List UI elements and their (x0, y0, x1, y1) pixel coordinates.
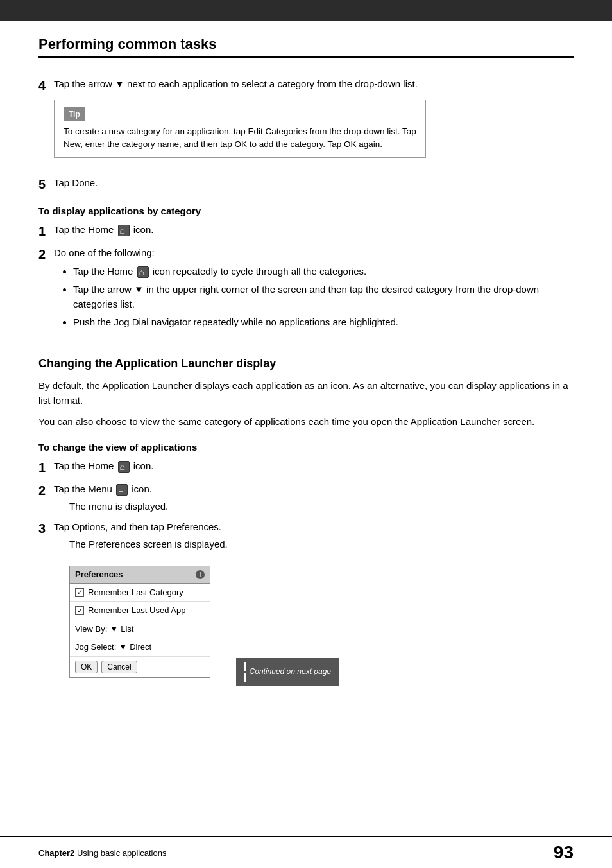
pref-title: Preferences (75, 568, 123, 581)
pref-dropdown-arrow-3: ▼ (110, 623, 118, 636)
display-step-2-content: Do one of the following: Tap the Home ic… (54, 246, 574, 334)
footer-description: Using basic applications (77, 848, 166, 858)
pref-row-1: ✓ Remember Last Category (70, 584, 210, 602)
home-icon-1 (118, 225, 130, 236)
display-step-2-bullets: Tap the Home icon repeatedly to cycle th… (73, 265, 574, 330)
change-step-3-note: The Preferences screen is displayed. (69, 537, 574, 552)
step-4-number: 4 (38, 77, 54, 94)
launcher-para-1: By default, the Application Launcher dis… (38, 378, 574, 408)
preferences-screen-container: Preferences i ✓ Remember Last Category ✓… (54, 558, 210, 686)
display-step-1-number: 1 (38, 223, 54, 239)
launcher-section-heading: Changing the Application Launcher displa… (38, 357, 574, 370)
pref-title-bar: Preferences i (70, 566, 210, 584)
continued-lines (244, 662, 246, 682)
display-step-1-content: Tap the Home icon. (54, 223, 574, 238)
step-5-text: Tap Done. (54, 177, 98, 188)
change-step-2-note: The menu is displayed. (69, 499, 574, 514)
tip-box: Tip To create a new category for an appl… (54, 100, 426, 159)
home-icon-2 (137, 266, 149, 278)
display-step-1: 1 Tap the Home icon. (38, 223, 574, 239)
display-step-1-prefix: Tap the Home (54, 224, 114, 235)
pref-row-3-value: List (121, 623, 133, 636)
continued-tag: Continued on next page (236, 658, 339, 686)
pref-dropdown-arrow-4: ▼ (119, 641, 127, 654)
continued-line-1 (244, 662, 246, 671)
change-step-2: 2 Tap the Menu icon. The menu is display… (38, 482, 574, 514)
pref-row-3-label: View By: (75, 623, 107, 636)
home-icon-3 (118, 461, 130, 473)
top-bar (0, 0, 612, 21)
page-title: Performing common tasks (38, 36, 574, 58)
change-step-3-number: 3 (38, 520, 54, 537)
change-step-2-suffix: icon. (132, 483, 152, 494)
step-4: 4 Tap the arrow ▼ next to each applicati… (38, 77, 574, 169)
change-step-3-content: Tap Options, and then tap Preferences. T… (54, 520, 574, 686)
pref-row-4-label: Jog Select: (75, 641, 116, 654)
preferences-screen: Preferences i ✓ Remember Last Category ✓… (69, 566, 210, 678)
pref-checkbox-1: ✓ (75, 588, 84, 597)
footer: Chapter2 Using basic applications 93 (0, 836, 612, 868)
bullet-3: Push the Jog Dial navigator repeatedly w… (73, 315, 574, 330)
tip-label: Tip (64, 107, 85, 121)
footer-page-number: 93 (554, 842, 574, 863)
change-step-2-content: Tap the Menu icon. The menu is displayed… (54, 482, 574, 514)
change-step-1-suffix: icon. (133, 460, 154, 471)
step-5-number: 5 (38, 176, 54, 193)
bullet-2: Tap the arrow ▼ in the upper right corne… (73, 282, 574, 311)
pref-info-icon: i (196, 570, 205, 579)
change-step-1-prefix: Tap the Home (54, 460, 114, 471)
change-step-2-prefix: Tap the Menu (54, 483, 112, 494)
display-step-2: 2 Do one of the following: Tap the Home … (38, 246, 574, 334)
continued-line-2 (244, 673, 246, 682)
change-step-3-text: Tap Options, and then tap Preferences. (54, 521, 221, 532)
change-step-1: 1 Tap the Home icon. (38, 459, 574, 476)
change-step-2-number: 2 (38, 482, 54, 499)
display-step-1-suffix: icon. (133, 224, 154, 235)
pref-ok-button[interactable]: OK (75, 661, 98, 673)
display-step-2-number: 2 (38, 246, 54, 263)
continued-text: Continued on next page (250, 666, 331, 677)
pref-row-3: View By: ▼ List (70, 620, 210, 639)
step-4-content: Tap the arrow ▼ next to each application… (54, 77, 574, 169)
display-step-2-text: Do one of the following: (54, 247, 155, 258)
pref-row-4: Jog Select: ▼ Direct (70, 638, 210, 657)
content-area: Performing common tasks 4 Tap the arrow … (0, 21, 612, 743)
pref-cancel-button[interactable]: Cancel (101, 661, 137, 673)
pref-checkbox-2: ✓ (75, 606, 84, 615)
pref-row-1-label: Remember Last Category (88, 586, 183, 599)
display-heading: To display applications by category (38, 205, 574, 216)
pref-buttons: OK Cancel (70, 657, 210, 677)
footer-chapter: Chapter2 (38, 848, 74, 858)
step-4-text: Tap the arrow ▼ next to each application… (54, 78, 418, 89)
change-step-3: 3 Tap Options, and then tap Preferences.… (38, 520, 574, 686)
launcher-para-2: You can also choose to view the same cat… (38, 414, 574, 429)
change-view-heading: To change the view of applications (38, 442, 574, 453)
change-step-1-number: 1 (38, 459, 54, 476)
step-5-content: Tap Done. (54, 176, 574, 191)
step-5: 5 Tap Done. (38, 176, 574, 193)
pref-row-2: ✓ Remember Last Used App (70, 602, 210, 620)
change-step-1-content: Tap the Home icon. (54, 459, 574, 474)
bullet-1: Tap the Home icon repeatedly to cycle th… (73, 265, 574, 279)
tip-text: To create a new category for an applicat… (64, 125, 416, 152)
pref-row-4-value: Direct (130, 641, 151, 654)
footer-left: Chapter2 Using basic applications (38, 848, 166, 858)
menu-icon (116, 484, 128, 496)
pref-row-2-label: Remember Last Used App (88, 604, 185, 617)
